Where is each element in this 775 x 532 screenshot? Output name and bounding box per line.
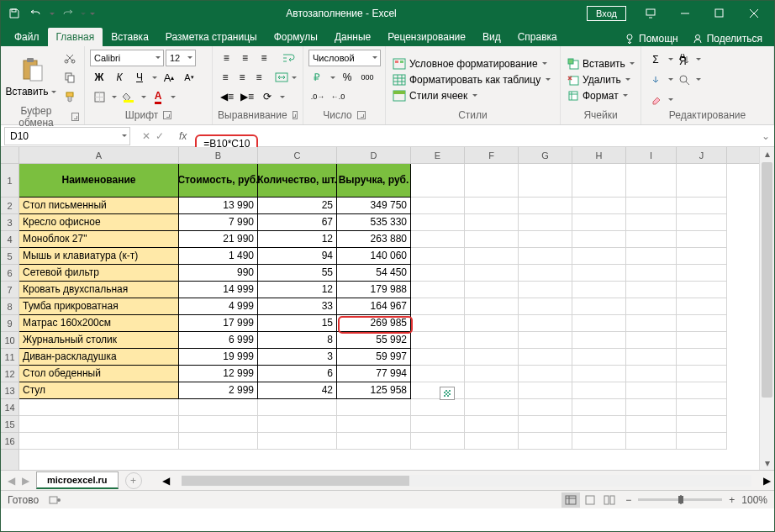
merge-button[interactable] [274, 69, 289, 86]
italic-button[interactable]: К [110, 69, 129, 86]
zoom-out-button[interactable]: − [625, 494, 631, 506]
value-cell[interactable]: 55 992 [337, 332, 411, 349]
cell[interactable] [519, 399, 572, 416]
cell[interactable] [677, 265, 727, 282]
increase-decimal-button[interactable]: .0→ [308, 88, 327, 105]
cell[interactable] [411, 416, 465, 433]
name-cell[interactable]: Мышь и клавиатура (к-т) [19, 248, 179, 265]
cell[interactable] [626, 164, 677, 198]
value-cell[interactable]: 54 450 [337, 265, 411, 282]
cell[interactable] [465, 332, 519, 349]
cell[interactable] [465, 349, 519, 366]
cut-button[interactable] [61, 50, 79, 66]
cell[interactable] [465, 366, 519, 382]
cell[interactable] [465, 416, 519, 433]
name-cell[interactable]: Матрас 160х200см [19, 315, 179, 332]
row-header-15[interactable]: 15 [1, 416, 18, 433]
value-cell[interactable]: 59 997 [337, 349, 411, 366]
cell[interactable] [411, 315, 465, 332]
tab-data[interactable]: Данные [326, 28, 379, 46]
cell[interactable] [465, 214, 519, 231]
value-cell[interactable]: 179 988 [337, 282, 411, 298]
value-cell[interactable]: 14 999 [179, 282, 258, 298]
cell[interactable] [677, 332, 727, 349]
cell[interactable] [465, 248, 519, 265]
name-cell[interactable]: Журнальный столик [19, 332, 179, 349]
value-cell[interactable]: 6 [258, 366, 337, 382]
cell[interactable] [677, 231, 727, 248]
value-cell[interactable]: 12 999 [179, 366, 258, 382]
row-header-10[interactable]: 10 [1, 332, 18, 349]
page-break-view-button[interactable] [600, 492, 619, 508]
table-header[interactable]: Наименование [19, 164, 179, 198]
cell[interactable] [411, 282, 465, 298]
align-middle-button[interactable]: ≡ [236, 50, 253, 66]
cell[interactable] [626, 332, 677, 349]
comma-button[interactable]: 000 [358, 69, 377, 86]
name-cell[interactable]: Диван-раскладушка [19, 349, 179, 366]
value-cell[interactable]: 3 [258, 349, 337, 366]
column-header-H[interactable]: H [572, 147, 626, 163]
cell[interactable] [626, 282, 677, 298]
cell[interactable] [572, 298, 626, 315]
cell[interactable] [19, 399, 179, 416]
redo-button[interactable] [57, 3, 77, 24]
scroll-right-button[interactable]: ▶ [763, 475, 771, 487]
underline-button[interactable]: Ч [130, 69, 149, 86]
undo-dropdown[interactable] [48, 3, 55, 24]
column-header-B[interactable]: B [179, 147, 258, 163]
align-right-button[interactable]: ≡ [251, 69, 266, 86]
column-header-G[interactable]: G [519, 147, 572, 163]
column-header-J[interactable]: J [677, 147, 727, 163]
cell[interactable] [519, 349, 572, 366]
zoom-slider[interactable] [638, 498, 722, 501]
borders-button[interactable] [90, 88, 108, 105]
row-header-14[interactable]: 14 [1, 399, 18, 416]
cell[interactable] [179, 399, 258, 416]
increase-font-button[interactable]: A▴ [160, 69, 178, 86]
fill-dropdown[interactable] [667, 71, 674, 88]
cell[interactable] [626, 416, 677, 433]
new-sheet-button[interactable]: + [125, 472, 142, 489]
close-button[interactable] [737, 2, 771, 25]
find-dropdown[interactable] [694, 71, 702, 88]
cell[interactable] [626, 298, 677, 315]
cell[interactable] [519, 164, 572, 198]
cell[interactable] [258, 399, 337, 416]
decrease-font-button[interactable]: A▾ [180, 69, 198, 86]
conditional-formatting-button[interactable]: Условное форматирование [391, 57, 553, 71]
name-cell[interactable]: Сетевой фильтр [19, 265, 179, 282]
cell[interactable] [465, 282, 519, 298]
value-cell[interactable]: 67 [258, 214, 337, 231]
cell[interactable] [519, 282, 572, 298]
row-header-1[interactable]: 1 [1, 164, 18, 198]
cell[interactable] [337, 399, 411, 416]
cell[interactable] [411, 248, 465, 265]
name-cell[interactable]: Стол письменный [19, 198, 179, 214]
zoom-level[interactable]: 100% [741, 494, 767, 506]
cell[interactable] [626, 315, 677, 332]
cell[interactable] [465, 198, 519, 214]
cell[interactable] [411, 298, 465, 315]
cell[interactable] [411, 214, 465, 231]
cell[interactable] [337, 416, 411, 433]
tab-insert[interactable]: Вставка [103, 28, 157, 46]
cell[interactable] [519, 416, 572, 433]
value-cell[interactable]: 349 750 [337, 198, 411, 214]
cell[interactable] [519, 332, 572, 349]
value-cell[interactable]: 263 880 [337, 231, 411, 248]
zoom-in-button[interactable]: + [729, 494, 735, 506]
format-as-table-button[interactable]: Форматировать как таблицу [391, 73, 553, 87]
align-top-button[interactable]: ≡ [218, 50, 235, 66]
cell[interactable] [519, 248, 572, 265]
data-area[interactable]: НаименованиеСтоимость, руб.Количество, ш… [19, 164, 759, 450]
cell[interactable] [677, 282, 727, 298]
cell[interactable] [465, 433, 519, 450]
cell[interactable] [411, 382, 465, 399]
decrease-indent-button[interactable]: ◀≡ [218, 88, 236, 105]
column-header-I[interactable]: I [626, 147, 677, 163]
cell[interactable] [626, 382, 677, 399]
row-header-12[interactable]: 12 [1, 366, 18, 382]
redo-dropdown[interactable] [79, 3, 87, 24]
cell[interactable] [519, 433, 572, 450]
